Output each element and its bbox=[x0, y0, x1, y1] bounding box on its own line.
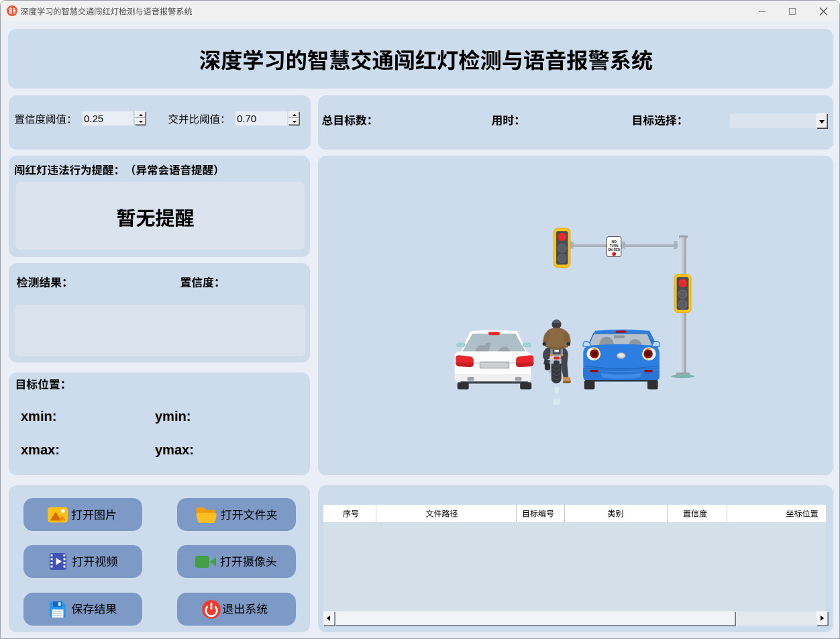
svg-text:TURN: TURN bbox=[610, 244, 619, 248]
svg-text:NO: NO bbox=[611, 240, 617, 244]
svg-text:ON RED: ON RED bbox=[608, 248, 621, 252]
